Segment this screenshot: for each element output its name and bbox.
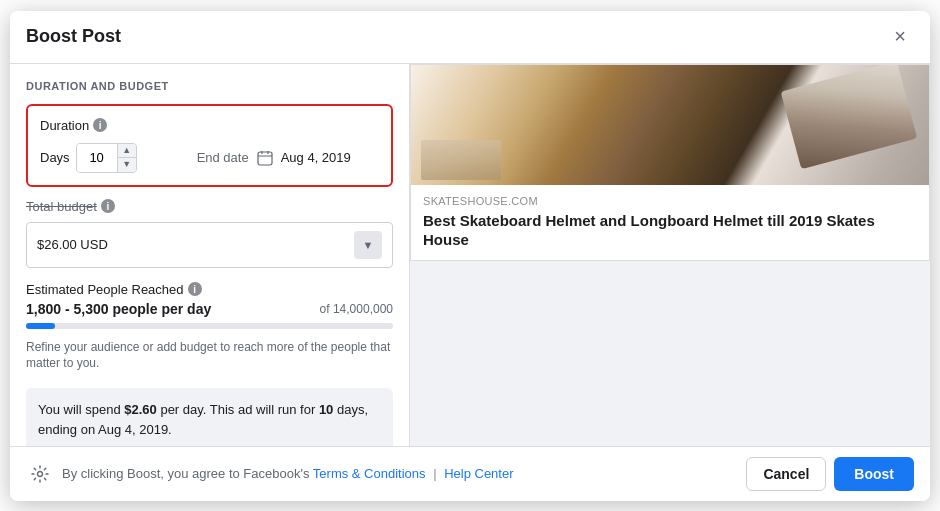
spend-days: 10 bbox=[319, 402, 333, 417]
preview-site: SKATESHOUSE.COM bbox=[423, 195, 917, 207]
days-label: Days bbox=[40, 150, 70, 165]
days-increment-button[interactable]: ▲ bbox=[118, 144, 136, 158]
end-date-label: End date bbox=[197, 150, 249, 165]
days-input-wrapper: ▲ ▼ bbox=[76, 143, 137, 173]
progress-bar-fill bbox=[26, 323, 55, 329]
total-budget-label-row: Total budget i bbox=[26, 199, 393, 214]
dropdown-arrow-icon: ▼ bbox=[354, 231, 382, 259]
svg-point-4 bbox=[38, 471, 43, 476]
modal-body: DURATION AND BUDGET Duration i Days ▲ bbox=[10, 64, 930, 446]
refine-text: Refine your audience or add budget to re… bbox=[26, 339, 393, 373]
spend-middle: per day. This ad will run for bbox=[157, 402, 319, 417]
preview-content: SKATESHOUSE.COM Best Skateboard Helmet a… bbox=[411, 185, 929, 260]
section-label: DURATION AND BUDGET bbox=[26, 80, 393, 92]
spend-prefix: You will spend bbox=[38, 402, 124, 417]
duration-label: Duration bbox=[40, 118, 89, 133]
estimated-info-icon[interactable]: i bbox=[188, 282, 202, 296]
calendar-icon bbox=[257, 150, 273, 166]
end-date-value: Aug 4, 2019 bbox=[281, 150, 351, 165]
progress-bar-background bbox=[26, 323, 393, 329]
footer-separator: | bbox=[430, 466, 441, 481]
footer-prefix: By clicking Boost, you agree to Facebook… bbox=[62, 466, 313, 481]
svg-rect-0 bbox=[258, 152, 272, 165]
days-input[interactable] bbox=[77, 144, 117, 172]
modal-title: Boost Post bbox=[26, 26, 121, 47]
estimated-range-row: 1,800 - 5,300 people per day of 14,000,0… bbox=[26, 301, 393, 317]
footer-buttons: Cancel Boost bbox=[746, 457, 914, 491]
duration-info-icon[interactable]: i bbox=[93, 118, 107, 132]
budget-dropdown[interactable]: $26.00 USD ▼ bbox=[26, 222, 393, 268]
chevron-down-icon: ▼ bbox=[363, 239, 374, 251]
end-date-section: End date Aug 4, 2019 bbox=[197, 150, 351, 166]
cancel-button[interactable]: Cancel bbox=[746, 457, 826, 491]
spend-amount: $2.60 bbox=[124, 402, 157, 417]
gear-icon[interactable] bbox=[26, 460, 54, 488]
duration-label-row: Duration i bbox=[40, 118, 379, 133]
left-panel: DURATION AND BUDGET Duration i Days ▲ bbox=[10, 64, 410, 446]
total-budget-label: Total budget bbox=[26, 199, 97, 214]
preview-title: Best Skateboard Helmet and Longboard Hel… bbox=[423, 211, 917, 250]
boost-button[interactable]: Boost bbox=[834, 457, 914, 491]
help-center-link[interactable]: Help Center bbox=[444, 466, 513, 481]
spend-info-box: You will spend $2.60 per day. This ad wi… bbox=[26, 388, 393, 445]
budget-value: $26.00 USD bbox=[37, 237, 108, 252]
modal-footer: By clicking Boost, you agree to Facebook… bbox=[10, 446, 930, 501]
duration-controls: Days ▲ ▼ End date bbox=[40, 143, 379, 173]
estimated-people-label: Estimated People Reached bbox=[26, 282, 184, 297]
days-decrement-button[interactable]: ▼ bbox=[118, 158, 136, 172]
preview-image bbox=[411, 65, 929, 185]
estimated-section: Estimated People Reached i 1,800 - 5,300… bbox=[26, 282, 393, 373]
close-button[interactable]: × bbox=[886, 23, 914, 51]
boost-post-modal: Boost Post × DURATION AND BUDGET Duratio… bbox=[10, 11, 930, 501]
total-budget-info-icon[interactable]: i bbox=[101, 199, 115, 213]
modal-header: Boost Post × bbox=[10, 11, 930, 64]
duration-box: Duration i Days ▲ ▼ End bbox=[26, 104, 393, 187]
footer-text: By clicking Boost, you agree to Facebook… bbox=[62, 466, 738, 481]
terms-conditions-link[interactable]: Terms & Conditions bbox=[313, 466, 426, 481]
of-total-value: of 14,000,000 bbox=[320, 302, 393, 316]
spinner-btns: ▲ ▼ bbox=[117, 144, 136, 172]
estimated-range-value: 1,800 - 5,300 people per day bbox=[26, 301, 211, 317]
post-preview: SKATESHOUSE.COM Best Skateboard Helmet a… bbox=[410, 64, 930, 261]
modal-overlay: Boost Post × DURATION AND BUDGET Duratio… bbox=[0, 0, 940, 511]
estimated-label-row: Estimated People Reached i bbox=[26, 282, 393, 297]
right-panel: SKATESHOUSE.COM Best Skateboard Helmet a… bbox=[410, 64, 930, 446]
